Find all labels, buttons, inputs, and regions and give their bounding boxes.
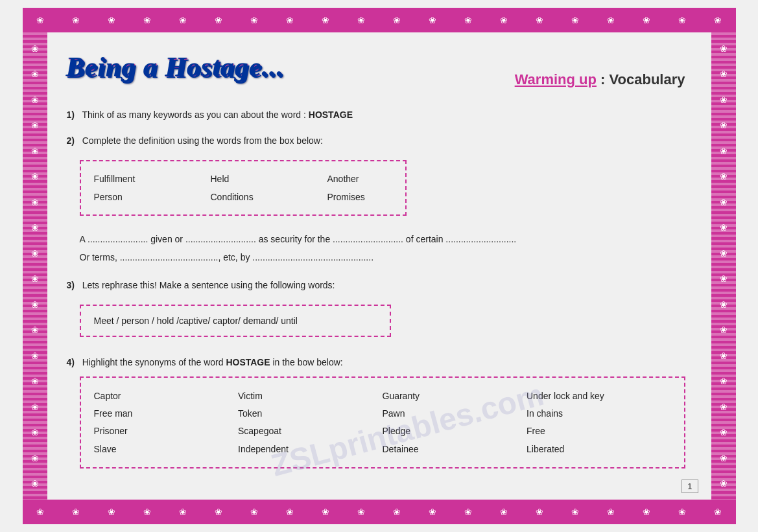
- fr7: ❀: [720, 198, 728, 207]
- fr17: ❀: [720, 454, 728, 463]
- fb3: ❀: [108, 507, 115, 516]
- word-held: Held: [211, 172, 276, 186]
- q3-text: Lets rephrase this! Make a sentence usin…: [82, 280, 335, 290]
- fr13: ❀: [720, 351, 728, 360]
- fill-line1: A ........................ given or ....…: [80, 230, 685, 248]
- q1-number: 1): [67, 110, 75, 120]
- question-4: 4) Highlight the synonyms of the word HO…: [67, 355, 685, 468]
- flower-top-5: ❀: [179, 16, 187, 25]
- synonyms-box: Captor Victim Guaranty Under lock and ke…: [80, 376, 685, 469]
- fl18: ❀: [31, 479, 39, 488]
- fl14: ❀: [31, 376, 39, 386]
- fb1: ❀: [36, 507, 44, 516]
- flower-top-15: ❀: [536, 16, 543, 25]
- flower-top-1: ❀: [36, 16, 44, 25]
- sentence-box: Meet / person / hold /captive/ captor/ d…: [80, 305, 391, 337]
- syn-under-lock: Under lock and key: [527, 389, 671, 403]
- q4-bold: HOSTAGE: [226, 357, 270, 367]
- fr9: ❀: [720, 249, 728, 258]
- fr4: ❀: [720, 121, 728, 130]
- syn-in-chains: In chains: [527, 406, 671, 421]
- syn-row-4: Slave Independent Detainee Liberated: [94, 442, 671, 456]
- page-content: Being a Hostage... Warming up : Vocabula…: [47, 32, 711, 500]
- syn-free: Free: [527, 424, 671, 438]
- flower-top-12: ❀: [429, 16, 436, 25]
- syn-liberated: Liberated: [527, 442, 671, 456]
- flower-top-14: ❀: [500, 16, 508, 25]
- fb19: ❀: [678, 507, 686, 516]
- fl8: ❀: [31, 223, 39, 232]
- syn-independent: Independent: [238, 442, 383, 456]
- fr6: ❀: [720, 172, 728, 181]
- fb9: ❀: [322, 507, 329, 516]
- q1-bold: HOSTAGE: [309, 110, 353, 120]
- vocabulary-label: : Vocabulary: [597, 71, 685, 87]
- fb11: ❀: [393, 507, 401, 516]
- q4-text2: in the bow below:: [270, 357, 343, 367]
- word-promises: Promises: [327, 190, 392, 204]
- syn-victim: Victim: [238, 389, 383, 403]
- fb6: ❀: [215, 507, 222, 516]
- syn-pawn: Pawn: [383, 406, 527, 421]
- fl9: ❀: [31, 249, 39, 258]
- flower-top-16: ❀: [571, 16, 579, 25]
- subtitle-area: Warming up : Vocabulary: [515, 71, 685, 88]
- fill-blank-area: A ........................ given or ....…: [80, 230, 685, 266]
- fl16: ❀: [31, 428, 39, 437]
- page-wrapper: ❀ ❀ ❀ ❀ ❀ ❀ ❀ ❀ ❀ ❀ ❀ ❀ ❀ ❀ ❀ ❀ ❀ ❀ ❀ ❀ …: [23, 8, 736, 524]
- flower-top-13: ❀: [464, 16, 472, 25]
- word-fulfillment: Fulfillment: [94, 172, 159, 186]
- fill-line2: Or terms, ..............................…: [80, 248, 685, 266]
- fl1: ❀: [31, 44, 39, 53]
- word-person: Person: [94, 190, 159, 204]
- fb15: ❀: [536, 507, 543, 516]
- fr16: ❀: [720, 428, 728, 437]
- fb16: ❀: [571, 507, 579, 516]
- word-another: Another: [327, 172, 392, 186]
- flower-top-7: ❀: [250, 16, 258, 25]
- title-area: Being a Hostage...: [67, 52, 515, 83]
- fr10: ❀: [720, 274, 728, 283]
- syn-prisoner: Prisoner: [94, 424, 239, 438]
- word-box: Fulfillment Held Another Person Conditio…: [80, 160, 407, 216]
- fl13: ❀: [31, 351, 39, 360]
- fr8: ❀: [720, 223, 728, 232]
- border-right: ❀ ❀ ❀ ❀ ❀ ❀ ❀ ❀ ❀ ❀ ❀ ❀ ❀ ❀ ❀ ❀ ❀ ❀: [711, 32, 736, 500]
- flower-top-10: ❀: [357, 16, 365, 25]
- flower-top-17: ❀: [607, 16, 615, 25]
- fb8: ❀: [286, 507, 294, 516]
- fl6: ❀: [31, 172, 39, 181]
- question-1: 1) Think of as many keywords as you can …: [67, 108, 685, 122]
- flower-top-3: ❀: [108, 16, 115, 25]
- flower-top-9: ❀: [322, 16, 329, 25]
- fl17: ❀: [31, 454, 39, 463]
- flower-top-6: ❀: [215, 16, 222, 25]
- q4-number: 4): [67, 357, 75, 367]
- fl2: ❀: [31, 69, 39, 78]
- fr3: ❀: [720, 95, 728, 104]
- word-row-1: Fulfillment Held Another: [94, 172, 392, 186]
- syn-detainee: Detainee: [383, 442, 527, 456]
- syn-token: Token: [238, 406, 383, 421]
- flower-top-19: ❀: [678, 16, 686, 25]
- q2-number: 2): [67, 135, 75, 146]
- page-title: Being a Hostage...: [67, 52, 515, 83]
- word-conditions: Conditions: [211, 190, 276, 204]
- syn-guaranty: Guaranty: [383, 389, 527, 403]
- fr14: ❀: [720, 376, 728, 386]
- fb12: ❀: [429, 507, 436, 516]
- word-row-2: Person Conditions Promises: [94, 190, 392, 204]
- q2-text: Complete the definition using the words …: [82, 135, 323, 146]
- fr1: ❀: [720, 44, 728, 53]
- flower-top-8: ❀: [286, 16, 294, 25]
- fb5: ❀: [179, 507, 187, 516]
- fl4: ❀: [31, 121, 39, 130]
- fl12: ❀: [31, 325, 39, 334]
- flower-top-20: ❀: [714, 16, 722, 25]
- syn-scapegoat: Scapegoat: [238, 424, 383, 438]
- fb13: ❀: [464, 507, 472, 516]
- q3-number: 3): [67, 280, 75, 290]
- warming-up-label: Warming up: [515, 71, 597, 87]
- syn-row-3: Prisoner Scapegoat Pledge Free: [94, 424, 671, 438]
- fl10: ❀: [31, 274, 39, 283]
